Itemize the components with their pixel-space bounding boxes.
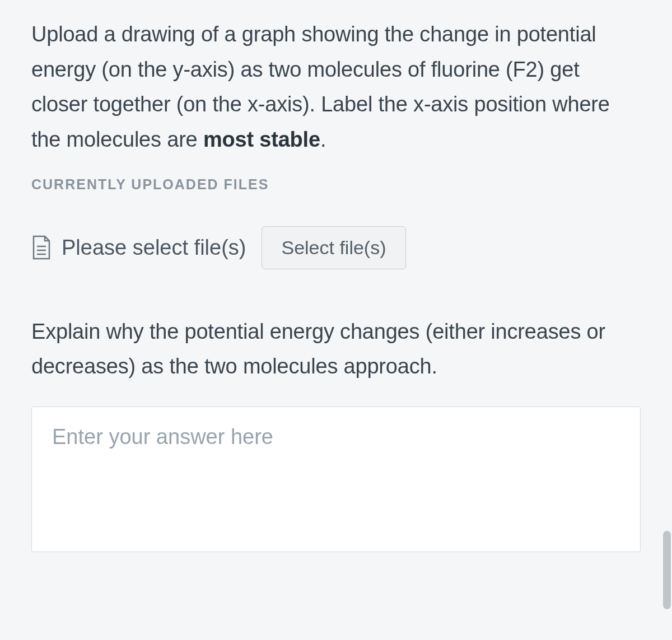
question1-suffix: . [320, 128, 326, 151]
scrollbar-thumb[interactable] [663, 531, 671, 609]
file-document-icon [31, 235, 52, 260]
question-prompt-1: Upload a drawing of a graph showing the … [31, 17, 641, 157]
file-upload-row: Please select file(s) Select file(s) [31, 226, 641, 269]
select-files-button[interactable]: Select file(s) [262, 226, 405, 269]
uploaded-files-heading: CURRENTLY UPLOADED FILES [31, 176, 641, 193]
file-select-label: Please select file(s) [62, 236, 246, 260]
answer-textarea[interactable] [31, 407, 641, 552]
question-prompt-2: Explain why the potential energy changes… [31, 314, 641, 384]
question1-bold: most stable [203, 128, 320, 151]
